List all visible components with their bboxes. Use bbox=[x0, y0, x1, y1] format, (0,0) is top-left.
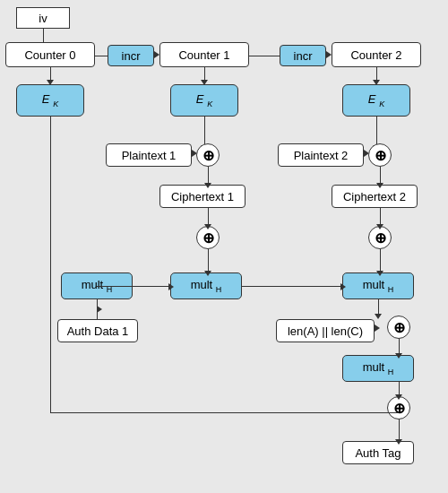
authdata1-box: Auth Data 1 bbox=[57, 319, 138, 342]
authdata1-label: Auth Data 1 bbox=[67, 324, 129, 338]
ek2-box: E K bbox=[170, 84, 238, 117]
multh4-label: mult H bbox=[363, 360, 394, 376]
counter1-label: Counter 1 bbox=[178, 48, 229, 62]
multh2-box: mult H bbox=[170, 272, 242, 299]
ciphertext2-box: Ciphertext 2 bbox=[332, 185, 418, 208]
authtag-box: Auth Tag bbox=[342, 441, 414, 464]
incr1-button[interactable]: incr bbox=[108, 45, 154, 66]
multh3-label: mult H bbox=[363, 278, 394, 294]
iv-label: iv bbox=[39, 12, 47, 25]
ciphertext1-box: Ciphertext 1 bbox=[159, 185, 246, 208]
plaintext2-box: Plaintext 2 bbox=[278, 143, 364, 167]
ek1-box: E K bbox=[16, 84, 84, 117]
counter2-box: Counter 2 bbox=[332, 42, 421, 67]
plaintext1-label: Plaintext 1 bbox=[122, 149, 177, 162]
counter1-box: Counter 1 bbox=[159, 42, 249, 67]
counter2-label: Counter 2 bbox=[350, 48, 401, 62]
gcm-diagram: iv Counter 0 E K incr Counter 1 E K incr bbox=[0, 0, 448, 493]
xor2: ⊕ bbox=[368, 143, 392, 167]
counter0-box: Counter 0 bbox=[5, 42, 95, 67]
xor5: ⊕ bbox=[387, 316, 410, 339]
incr2-button[interactable]: incr bbox=[280, 45, 326, 66]
plaintext2-label: Plaintext 2 bbox=[294, 149, 349, 162]
iv-box: iv bbox=[16, 7, 70, 29]
ek1-label: E K bbox=[42, 92, 58, 108]
incr2-label: incr bbox=[294, 49, 313, 63]
xor1: ⊕ bbox=[196, 143, 220, 167]
lenac-box: len(A) || len(C) bbox=[276, 319, 375, 342]
multh3-box: mult H bbox=[342, 272, 414, 299]
plaintext1-box: Plaintext 1 bbox=[106, 143, 192, 167]
ciphertext2-label: Ciphertext 2 bbox=[343, 190, 406, 203]
ek2-label: E K bbox=[196, 92, 212, 108]
multh4-box: mult H bbox=[342, 355, 414, 382]
lenac-label: len(A) || len(C) bbox=[288, 324, 363, 338]
authtag-label: Auth Tag bbox=[355, 446, 401, 460]
counter0-label: Counter 0 bbox=[24, 48, 75, 62]
multh2-label: mult H bbox=[191, 278, 222, 294]
ek3-box: E K bbox=[342, 84, 410, 117]
incr1-label: incr bbox=[122, 49, 141, 63]
ek3-label: E K bbox=[368, 92, 384, 108]
ciphertext1-label: Ciphertext 1 bbox=[171, 190, 234, 203]
